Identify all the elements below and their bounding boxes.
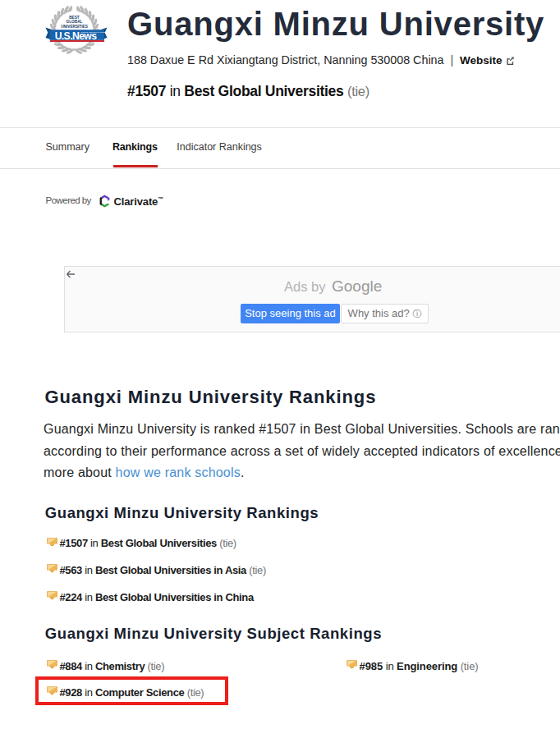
svg-text:GLOBAL: GLOBAL [67, 20, 83, 24]
svg-text:U.S.News: U.S.News [55, 30, 98, 42]
svg-text:UNIVERSITIES: UNIVERSITIES [61, 25, 88, 29]
svg-text:BEST: BEST [69, 16, 80, 20]
